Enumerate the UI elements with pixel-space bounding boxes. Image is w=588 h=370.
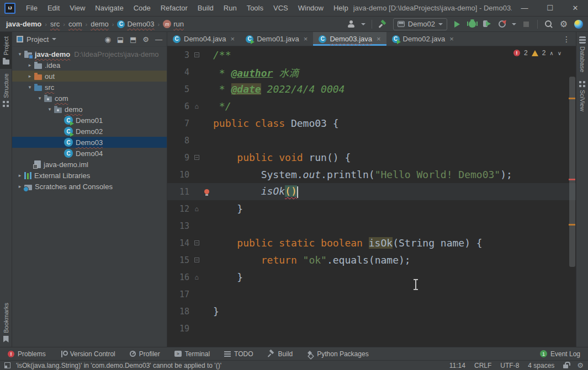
tree-row-scratches-and-consoles[interactable]: ▸Scratches and Consoles [12, 181, 167, 192]
toolwindow-python-packages[interactable]: Python Packages [307, 350, 368, 358]
stop-button[interactable] [521, 19, 531, 29]
profiler-caret-icon[interactable] [512, 23, 516, 25]
tool-window-switcher-icon[interactable] [4, 362, 10, 368]
tree-row-demo04[interactable]: CDemo04 [12, 148, 167, 159]
close-button[interactable]: ✕ [563, 0, 588, 16]
code-line[interactable]: 17 [167, 286, 576, 303]
menu-run[interactable]: Run [219, 4, 242, 12]
code-line[interactable]: 15 return "ok".equals(name); [167, 251, 576, 269]
tab-demo03-java[interactable]: CDemo03.java× [313, 32, 386, 46]
stripe-item-database[interactable]: Database [576, 32, 588, 77]
code-line[interactable]: 7public class Demo03 { [167, 115, 576, 132]
menu-file[interactable]: File [21, 4, 43, 12]
code-line[interactable]: 6⌂ */ [167, 98, 576, 115]
code-line[interactable]: 4 * @author 水滴 [167, 63, 576, 81]
menu-build[interactable]: Build [193, 4, 219, 12]
scrollbar-error-mark[interactable] [569, 224, 575, 226]
fold-marker-icon[interactable]: ⌂ [192, 103, 202, 110]
scrollbar-error-mark[interactable] [569, 179, 575, 180]
maximize-button[interactable]: ☐ [537, 0, 563, 16]
fold-marker-icon[interactable] [192, 240, 202, 245]
toolwindow-profiler[interactable]: Profiler [130, 350, 160, 358]
toolwindow-build[interactable]: Build [268, 350, 293, 358]
tab-demo04-java[interactable]: CDemo04.java× [167, 32, 240, 46]
minimize-button[interactable]: — [512, 0, 537, 16]
ide-sphere-icon[interactable] [574, 19, 584, 29]
code-line[interactable]: 16⌂ } [167, 269, 576, 286]
tree-row-java-demo-iml[interactable]: java-demo.iml [12, 159, 167, 170]
code-line[interactable]: 13 [167, 217, 576, 234]
project-panel-title[interactable]: Project [27, 35, 49, 44]
fold-marker-icon[interactable] [192, 155, 202, 160]
tree-arrow-icon[interactable]: ▸ [25, 73, 34, 79]
tree-arrow-icon[interactable]: ▾ [35, 95, 44, 101]
collapse-all-icon[interactable]: ⬒ [130, 36, 136, 43]
status-item-utf-8[interactable]: UTF-8 [500, 362, 519, 369]
toolwindow-problems[interactable]: !Problems [8, 350, 46, 358]
toolwindow-version-control[interactable]: Version Control [60, 350, 115, 358]
tree-row-src[interactable]: ▾src [12, 82, 167, 93]
tree-row-java-demo[interactable]: ▾java-demoD:\IdeaProjects\java-demo [12, 49, 167, 60]
breadcrumb-item-demo03[interactable]: CDemo03 [115, 19, 156, 29]
tab-options-kebab-icon[interactable]: ⋮ [557, 32, 576, 46]
breadcrumb-item-run[interactable]: mrun [161, 19, 186, 29]
prev-error-icon[interactable]: ∧ [549, 50, 553, 56]
tree-row--idea[interactable]: ▸.idea [12, 60, 167, 71]
code-line[interactable]: 5 * @date 2022/4/4 0004 [167, 81, 576, 98]
next-error-icon[interactable]: ∨ [558, 50, 561, 56]
user-dropdown-caret-icon[interactable] [361, 23, 365, 25]
scrollbar-error-mark[interactable] [569, 98, 575, 99]
tree-row-com[interactable]: ▾com [12, 93, 167, 104]
tab-demo01-java[interactable]: CDemo01.java× [240, 32, 313, 46]
tab-close-icon[interactable]: × [449, 35, 454, 43]
inspection-widget[interactable]: ! 2 2 ∧ ∨ [513, 49, 561, 57]
tree-arrow-icon[interactable]: ▸ [15, 173, 24, 178]
code-editor[interactable]: ! 2 2 ∧ ∨ 3/**4 * @author 水滴5 * @date 20… [167, 46, 576, 347]
stripe-item-project[interactable]: Project [0, 32, 12, 69]
code-line[interactable]: 8 [167, 132, 576, 149]
menu-code[interactable]: Code [129, 4, 156, 12]
inspection-profile-icon[interactable]: ⚙ [577, 362, 584, 369]
code-line[interactable]: 10 System.out.println("Hello World! Demo… [167, 166, 576, 183]
tree-row-demo01[interactable]: CDemo01 [12, 115, 167, 126]
fold-marker-icon[interactable] [192, 52, 202, 57]
locate-file-icon[interactable]: ◉ [104, 36, 110, 43]
tree-row-demo[interactable]: ▾demo [12, 104, 167, 115]
project-view-caret-icon[interactable] [52, 38, 56, 40]
toolwindow-todo[interactable]: TODO [224, 350, 253, 358]
tab-close-icon[interactable]: × [304, 35, 308, 43]
search-everywhere-icon[interactable] [544, 19, 554, 29]
tree-row-demo02[interactable]: CDemo02 [12, 126, 167, 137]
code-line[interactable]: 11 isOk() [167, 183, 576, 200]
tree-row-out[interactable]: ▸out [12, 71, 167, 82]
tree-row-external-libraries[interactable]: ▸External Libraries [12, 170, 167, 181]
menu-refactor[interactable]: Refactor [156, 4, 193, 12]
breadcrumb-item-java-demo[interactable]: java-demo [4, 19, 43, 29]
stripe-item-bookmarks[interactable]: Bookmarks [0, 298, 12, 347]
panel-settings-gear-icon[interactable]: ⚙ [142, 36, 149, 43]
stripe-item-structure[interactable]: Structure [0, 69, 12, 111]
breadcrumb-item-com[interactable]: com [67, 19, 84, 29]
menu-vcs[interactable]: VCS [268, 4, 293, 12]
breadcrumb-item-src[interactable]: src [49, 19, 61, 29]
expand-all-icon[interactable]: ⬓ [117, 36, 124, 43]
toolwindow-event-log[interactable]: 1Event Log [540, 350, 580, 358]
code-line[interactable]: 14 public static boolean isOk(String nam… [167, 234, 576, 251]
fold-marker-icon[interactable]: ⌂ [192, 206, 202, 212]
status-item-4-spaces[interactable]: 4 spaces [528, 362, 554, 369]
tab-close-icon[interactable]: × [377, 35, 381, 43]
tree-arrow-icon[interactable]: ▸ [25, 62, 34, 68]
tab-close-icon[interactable]: × [231, 35, 235, 43]
tree-arrow-icon[interactable]: ▾ [45, 106, 54, 112]
code-line[interactable]: 9 public void run() { [167, 149, 576, 166]
user-profile-icon[interactable] [346, 19, 356, 29]
menu-tools[interactable]: Tools [242, 4, 268, 12]
tree-arrow-icon[interactable]: ▾ [15, 51, 24, 57]
fold-marker-icon[interactable]: ⌂ [192, 274, 202, 281]
menu-navigate[interactable]: Navigate [90, 4, 128, 12]
scrollbar-thumb[interactable] [569, 77, 575, 267]
status-item-crlf[interactable]: CRLF [474, 362, 491, 369]
code-line[interactable]: 12⌂ } [167, 200, 576, 217]
menu-window[interactable]: Window [293, 4, 329, 12]
debug-button[interactable] [467, 19, 477, 29]
